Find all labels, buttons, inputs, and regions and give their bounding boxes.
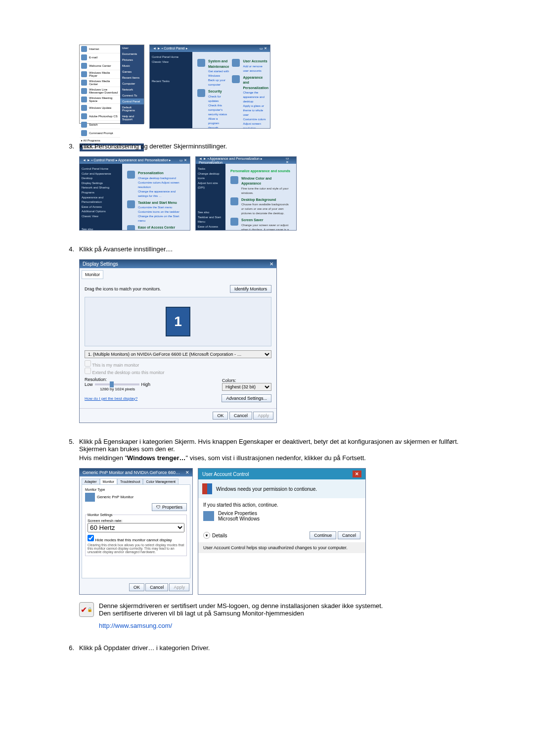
program-icon: [203, 511, 214, 521]
continue-button[interactable]: Continue: [310, 531, 336, 539]
step-text: Klikk Personalisering og deretter Skjerm…: [79, 142, 475, 150]
help-link[interactable]: How do I get the best display?: [85, 396, 137, 401]
step-number: 4.: [59, 245, 74, 253]
monitor-properties-dialog: Generic PnP Monitor and NVIDIA GeForce 6…: [79, 468, 193, 595]
start-menu-screenshot: InternetE-mailWelcome CenterWindows Medi…: [79, 45, 144, 124]
ok-button[interactable]: OK: [213, 412, 228, 420]
monitor-icon[interactable]: 1: [166, 307, 190, 336]
monitor-dropdown[interactable]: 1. (Multiple Monitors) on NVIDIA GeForce…: [85, 350, 271, 358]
step-number: 3.: [59, 142, 74, 150]
extend-desktop-checkbox: [85, 368, 91, 374]
shield-icon: [202, 483, 212, 494]
close-icon: ✕: [269, 261, 273, 267]
step-text: Klikk på Oppdater driver… i kategorien D…: [79, 644, 475, 652]
personalization-panel-screenshot: ◄ ► ▪ Appearance and Personalization ▸ P…: [195, 156, 297, 231]
appearance-panel-screenshot: ◄ ► ▪ Control Panel ▸ Appearance and Per…: [79, 156, 190, 231]
control-panel-screenshot: ◄ ► ▪ Control Panel ▸▭ ✕ Control Panel H…: [149, 45, 270, 129]
step-number: 5.: [59, 438, 74, 445]
chevron-down-icon[interactable]: ▼: [203, 532, 210, 539]
properties-button[interactable]: 🛡 Properties: [152, 503, 187, 511]
step-text: Hvis meldingen "Windows trenger…" vises,…: [79, 454, 475, 462]
display-settings-dialog: Display Settings✕ Monitor Drag the icons…: [79, 259, 277, 423]
dialog-title: Generic PnP Monitor and NVIDIA GeForce 6…: [83, 470, 181, 475]
step-text: Klikk på Egenskaper i kategorien Skjerm.…: [79, 438, 475, 453]
uac-dialog: User Account Control ✕ Windows needs you…: [198, 468, 366, 595]
advanced-settings-button[interactable]: Advanced Settings...: [222, 394, 271, 402]
close-icon[interactable]: ✕: [353, 471, 361, 477]
monitor-tab[interactable]: Monitor: [82, 270, 103, 279]
cancel-button[interactable]: Cancel: [145, 583, 168, 591]
hide-modes-checkbox[interactable]: [88, 535, 94, 541]
main-monitor-checkbox: [85, 360, 91, 367]
cancel-button[interactable]: Cancel: [338, 531, 360, 539]
step-number: 6.: [59, 644, 74, 652]
samsung-link[interactable]: http://www.samsung.com/: [99, 622, 475, 629]
apply-button[interactable]: Apply: [253, 412, 273, 420]
tip-text: Denne skjermdriveren er sertifisert unde…: [99, 602, 383, 610]
cancel-button[interactable]: Cancel: [229, 412, 252, 420]
monitor-icon: [85, 493, 95, 502]
dialog-title: Display Settings: [83, 261, 118, 267]
tip-text: Den sertifiserte driveren vil bli lagt u…: [99, 610, 383, 617]
dialog-title: User Account Control: [202, 472, 249, 477]
ok-button[interactable]: OK: [129, 583, 144, 591]
apply-button[interactable]: Apply: [169, 583, 189, 591]
step-text: Klikk på Avanserte innstillinger....: [79, 245, 475, 253]
uac-footer: User Account Control helps stop unauthor…: [198, 542, 365, 553]
refresh-rate-dropdown[interactable]: 60 Hertz: [88, 523, 184, 532]
resolution-slider[interactable]: Low High: [85, 382, 150, 387]
note-icon: ✔🔒: [79, 602, 94, 617]
identify-monitors-button[interactable]: Identify Monitors: [230, 285, 271, 293]
colors-dropdown[interactable]: Highest (32 bit): [222, 383, 271, 391]
uac-heading: Windows needs your permission to contion…: [216, 486, 317, 492]
close-icon: ✕: [185, 470, 189, 475]
details-button[interactable]: Details: [212, 533, 227, 538]
